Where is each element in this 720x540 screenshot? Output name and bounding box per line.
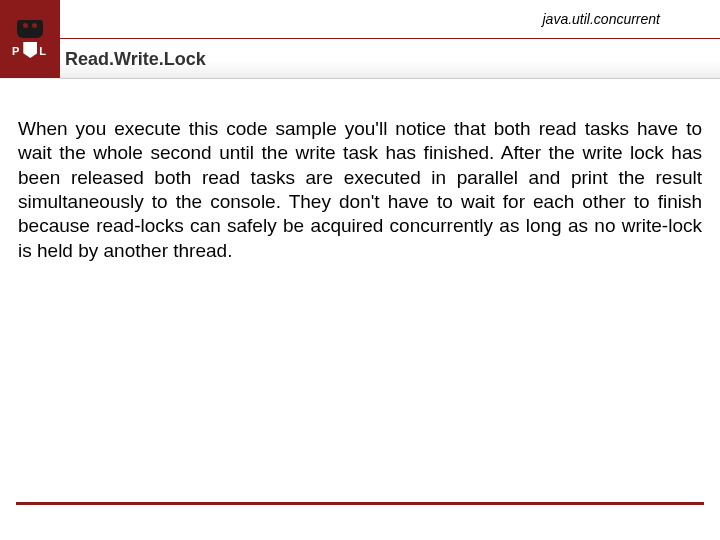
logo-letter-right: L [39,45,48,57]
footer-divider [16,502,704,505]
body-paragraph: When you execute this code sample you'll… [18,117,702,263]
logo-shield-icon [23,42,37,58]
logo-graphic-icon [17,20,43,38]
header-top-bar: P L java.util.concurrent [0,0,720,38]
slide-title: Read.Write.Lock [65,49,206,70]
title-bar: Read.Write.Lock [0,39,720,79]
content-area: When you execute this code sample you'll… [0,79,720,263]
logo-letter-left: P [12,45,21,57]
breadcrumb-text: java.util.concurrent [542,11,660,27]
institution-logo: P L [0,0,60,78]
